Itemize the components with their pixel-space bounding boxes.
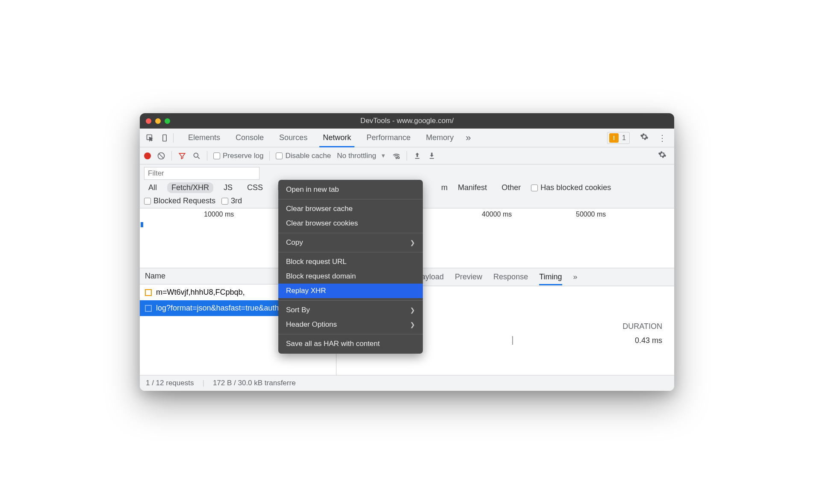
preserve-log-label: Preserve log	[223, 152, 263, 160]
minimize-icon[interactable]	[155, 118, 161, 124]
separator	[278, 199, 423, 199]
svg-rect-7	[430, 158, 434, 159]
ctx-clear-cache[interactable]: Clear browser cache	[278, 202, 423, 216]
ctx-block-url[interactable]: Block request URL	[278, 255, 423, 269]
wifi-icon[interactable]	[392, 152, 401, 160]
separator	[278, 233, 423, 233]
devtools-window: DevTools - www.google.com/ Elements Cons…	[140, 113, 674, 391]
download-icon[interactable]	[428, 152, 436, 160]
ctx-clear-cookies[interactable]: Clear browser cookies	[278, 216, 423, 231]
ctx-open-tab[interactable]: Open in new tab	[278, 182, 423, 197]
filter-css[interactable]: CSS	[243, 182, 267, 193]
preserve-log-checkbox[interactable]: Preserve log	[213, 152, 263, 160]
filter-m-suffix: m	[441, 183, 448, 192]
third-party-checkbox[interactable]: 3rd	[221, 196, 242, 205]
network-toolbar: Preserve log Disable cache No throttling…	[140, 147, 674, 164]
file-icon	[145, 305, 152, 312]
request-name: log?format=json&hasfast=true&auth...	[156, 304, 285, 313]
time-40000: 40000 ms	[482, 211, 512, 218]
time-50000: 50000 ms	[576, 211, 606, 218]
filter-manifest[interactable]: Manifest	[454, 182, 491, 193]
tab-console[interactable]: Console	[228, 129, 271, 147]
upload-icon[interactable]	[413, 152, 422, 160]
throttling-select[interactable]: No throttling ▼	[337, 152, 386, 160]
search-icon[interactable]	[192, 152, 201, 160]
file-icon	[145, 289, 152, 296]
filter-input[interactable]	[144, 167, 260, 180]
ctx-block-domain[interactable]: Block request domain	[278, 269, 423, 284]
kebab-icon[interactable]: ⋮	[655, 133, 670, 143]
record-icon[interactable]	[144, 152, 151, 159]
separator	[278, 334, 423, 334]
divider	[407, 151, 407, 161]
duration-label: DURATION	[622, 322, 662, 331]
warning-icon: !	[609, 133, 619, 143]
ctx-sort-by[interactable]: Sort By❯	[278, 303, 423, 317]
tab-elements[interactable]: Elements	[180, 129, 228, 147]
ctx-copy-label: Copy	[286, 238, 303, 247]
status-transferred: 172 B / 30.0 kB transferre	[213, 379, 296, 387]
tabs-list: Elements Console Sources Network Perform…	[180, 129, 605, 147]
request-name: m=Wt6vjf,hhhU8,FCpbqb,	[156, 288, 245, 297]
tab-preview[interactable]: Preview	[455, 273, 482, 281]
blocked-requests-label: Blocked Requests	[153, 196, 215, 205]
svg-rect-6	[415, 158, 419, 159]
separator	[278, 252, 423, 252]
svg-point-5	[398, 157, 399, 158]
filter-fetch-xhr[interactable]: Fetch/XHR	[167, 182, 213, 193]
chevron-right-icon: ❯	[410, 321, 415, 328]
ctx-header-options[interactable]: Header Options❯	[278, 317, 423, 332]
tab-performance[interactable]: Performance	[359, 129, 418, 147]
throttling-label: No throttling	[337, 152, 376, 160]
tab-memory[interactable]: Memory	[418, 129, 461, 147]
main-tabs: Elements Console Sources Network Perform…	[140, 129, 674, 147]
ctx-save-har[interactable]: Save all as HAR with content	[278, 337, 423, 351]
chevron-right-icon: ❯	[410, 307, 415, 314]
titlebar: DevTools - www.google.com/	[140, 113, 674, 129]
chevron-down-icon: ▼	[380, 152, 386, 159]
warnings-count: 1	[622, 134, 626, 142]
close-icon[interactable]	[146, 118, 151, 124]
queueing-value: 0.43 ms	[635, 336, 662, 347]
more-tabs-icon[interactable]: »	[461, 132, 475, 144]
queueing-bar	[512, 336, 513, 345]
tab-network[interactable]: Network	[315, 129, 359, 147]
divider	[269, 151, 270, 161]
third-party-label: 3rd	[231, 196, 242, 205]
tab-timing[interactable]: Timing	[539, 273, 562, 281]
ctx-sort-label: Sort By	[286, 306, 310, 314]
ctx-copy[interactable]: Copy❯	[278, 235, 423, 250]
network-settings-icon[interactable]	[655, 150, 670, 161]
separator	[278, 300, 423, 301]
svg-rect-1	[163, 135, 166, 141]
ctx-replay-xhr[interactable]: Replay XHR	[278, 284, 423, 298]
filter-all[interactable]: All	[144, 182, 161, 193]
ctx-header-label: Header Options	[286, 320, 337, 329]
clear-icon[interactable]	[157, 152, 165, 160]
inspect-icon[interactable]	[144, 132, 156, 144]
filter-js[interactable]: JS	[219, 182, 237, 193]
divider: |	[202, 379, 204, 387]
disable-cache-label: Disable cache	[285, 152, 331, 160]
timeline-marker	[141, 222, 143, 227]
filter-icon[interactable]	[178, 152, 186, 160]
tab-sources[interactable]: Sources	[271, 129, 315, 147]
divider	[171, 151, 172, 161]
has-blocked-cookies-checkbox[interactable]: Has blocked cookies	[531, 183, 611, 192]
warnings-badge[interactable]: ! 1	[607, 132, 630, 144]
tab-response[interactable]: Response	[493, 273, 528, 281]
settings-icon[interactable]	[637, 132, 652, 143]
svg-point-4	[396, 158, 397, 159]
chevron-right-icon: ❯	[410, 239, 415, 246]
traffic-lights	[146, 118, 170, 124]
more-tabs-icon[interactable]: »	[573, 273, 578, 281]
has-blocked-label: Has blocked cookies	[540, 183, 611, 192]
time-10000: 10000 ms	[204, 211, 234, 218]
filter-other[interactable]: Other	[497, 182, 525, 193]
maximize-icon[interactable]	[165, 118, 170, 124]
disable-cache-checkbox[interactable]: Disable cache	[276, 152, 331, 160]
blocked-requests-checkbox[interactable]: Blocked Requests	[144, 196, 215, 205]
window-title: DevTools - www.google.com/	[140, 117, 674, 125]
device-icon[interactable]	[159, 132, 171, 144]
divider	[173, 133, 174, 143]
